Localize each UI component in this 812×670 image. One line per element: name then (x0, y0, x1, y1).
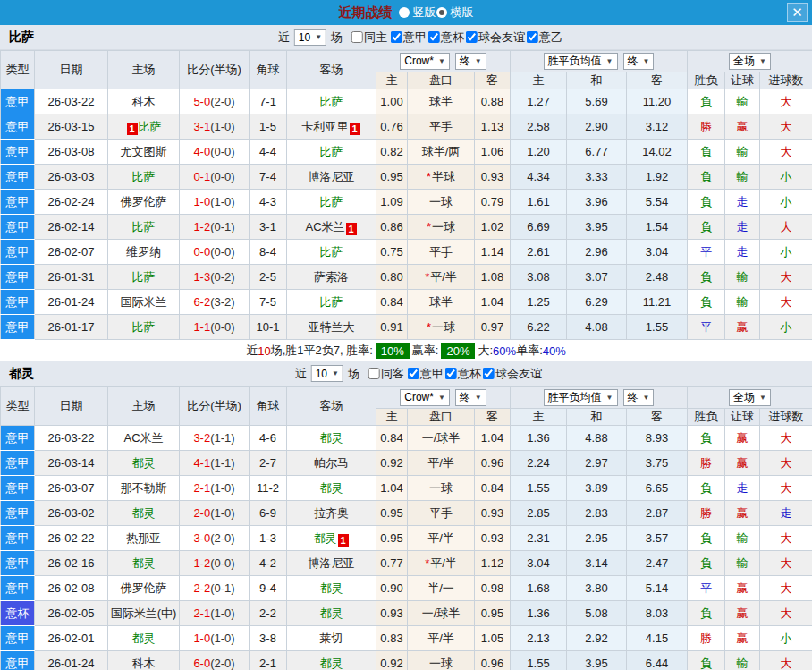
halftime-score: (0-0) (210, 320, 234, 334)
away-cell: 莱切 (287, 626, 376, 651)
wdl-average-select[interactable]: 胜平负均值▼ (544, 53, 618, 70)
odds-away-cell: 1.06 (475, 140, 511, 165)
avg-time-select[interactable]: 终▼ (623, 389, 655, 406)
result-wdl-cell: 勝 (688, 114, 725, 140)
home-cell: 科木 (108, 89, 180, 114)
filter-checkbox[interactable] (351, 31, 363, 43)
league-cell: 意甲 (1, 215, 35, 240)
select-value: 终 (628, 54, 639, 69)
filter-checkbox[interactable] (483, 368, 495, 379)
result-wdl-cell: 平 (688, 240, 725, 265)
match-row: 意杯26-02-05国际米兰(中)2-1(1-0)2-2都灵0.93一/球半0.… (1, 601, 812, 626)
odds-home-cell: 0.80 (376, 265, 408, 290)
close-button[interactable]: ✕ (787, 3, 808, 22)
filter-checkbox[interactable] (428, 31, 440, 43)
sub-column-header: 让球 (725, 409, 760, 426)
column-header: 角球 (250, 51, 287, 89)
avg-win-cell: 1.55 (511, 476, 567, 501)
select-value: 胜平负均值 (548, 54, 602, 69)
match-count-select[interactable]: 10▼ (311, 365, 343, 382)
halftime-score: (1-0) (210, 506, 234, 520)
odds-time-select[interactable]: 终▼ (455, 53, 486, 70)
result-goals-cell: 大 (760, 451, 812, 476)
handicap-label: 球半/两 (422, 145, 461, 158)
home-cell: 尤文图斯 (108, 140, 180, 165)
section-header: 比萨 近10▼场同主意甲意杯球会友谊意乙 (0, 25, 812, 50)
result-handicap-cell: 赢 (725, 576, 760, 601)
avg-win-cell: 2.85 (511, 501, 567, 526)
select-value: 10 (316, 368, 327, 380)
chevron-down-icon: ▼ (475, 394, 482, 402)
odds-time-select[interactable]: 终▼ (455, 389, 486, 406)
team-label: 莱切 (320, 632, 343, 645)
date-cell: 26-01-24 (35, 651, 108, 670)
filter-option: 球会友谊 (466, 30, 525, 46)
odds-home-cell: 0.77 (376, 551, 408, 576)
odds-home-cell: 0.95 (376, 501, 408, 526)
result-wdl-cell: 負 (688, 290, 725, 315)
result-wdl-cell: 負 (688, 215, 725, 240)
filter-checkbox[interactable] (391, 31, 402, 43)
handicap-cell: 半/一 (408, 576, 475, 601)
fulltime-score: 4-0 (193, 145, 210, 158)
fulltime-score: 4-1 (193, 456, 210, 470)
away-cell: 比萨 (287, 290, 376, 315)
match-scope-select[interactable]: 全场▼ (729, 53, 771, 70)
fulltime-score: 2-0 (193, 506, 210, 520)
odds-source-select[interactable]: Crow*▼ (400, 389, 450, 406)
result-goals-cell: 小 (760, 240, 812, 265)
avg-lose-cell: 3.57 (627, 526, 688, 551)
corner-cell: 7-4 (250, 165, 287, 190)
corner-cell: 2-1 (250, 651, 287, 670)
star-mark: * (427, 220, 431, 233)
halftime-score: (2-0) (210, 95, 234, 108)
rate-badge: 10% (376, 343, 410, 359)
avg-draw-cell: 3.80 (567, 576, 627, 601)
away-team-name: 比萨 (320, 145, 343, 158)
table-body: 意甲26-03-22AC米兰3-2(1-1)4-6都灵0.84一/球半1.041… (1, 426, 812, 670)
match-scope-select[interactable]: 全场▼ (729, 389, 771, 406)
odds-away-cell: 0.98 (475, 576, 511, 601)
avg-lose-cell: 1.92 (627, 165, 688, 190)
handicap-cell: 一球 (408, 651, 475, 670)
odds-source-select[interactable]: Crow*▼ (400, 53, 450, 70)
red-card-badge: 1 (346, 223, 357, 235)
avg-time-select[interactable]: 终▼ (623, 53, 655, 70)
result-wdl-cell: 負 (688, 551, 725, 576)
section-pisa: 比萨 近10▼场同主意甲意杯球会友谊意乙 类型日期主场比分(半场)角球客场Cro… (0, 25, 812, 361)
team-label: 都灵 (132, 506, 156, 520)
away-cell: 都灵 (287, 426, 376, 451)
panel-title: 近期战绩 (339, 4, 393, 21)
result-wdl-cell: 負 (688, 265, 725, 290)
odds-away-cell: 0.96 (475, 651, 511, 670)
fulltime-score: 1-2 (193, 220, 210, 233)
home-team-name: 1比萨 (126, 120, 162, 133)
sub-column-header: 进球数 (760, 72, 812, 89)
handicap-label: 平手 (429, 245, 453, 259)
filter-option-label: 球会友谊 (495, 366, 542, 382)
odds-home-cell: 0.92 (376, 651, 408, 670)
league-cell: 意甲 (1, 526, 35, 551)
filter-checkbox[interactable] (466, 31, 478, 43)
filter-checkbox[interactable] (408, 368, 419, 379)
match-row: 意甲26-03-151比萨3-1(1-0)1-5卡利亚里10.76平手1.132… (1, 114, 812, 140)
fulltime-score: 6-2 (193, 295, 210, 309)
avg-lose-cell: 4.15 (627, 626, 688, 651)
radio-icon[interactable] (436, 7, 447, 18)
match-count-select[interactable]: 10▼ (294, 29, 326, 46)
avg-lose-cell: 11.21 (627, 290, 688, 315)
avg-draw-cell: 5.08 (567, 601, 627, 626)
filter-checkbox[interactable] (527, 31, 538, 43)
odds-home-cell: 1.09 (376, 190, 408, 215)
sub-column-header: 主 (511, 72, 567, 89)
home-cell: 比萨 (108, 265, 180, 290)
filter-checkbox[interactable] (445, 368, 457, 379)
result-handicap-cell: 赢 (725, 315, 760, 340)
summary-text: 60% (493, 344, 516, 358)
team-label: 都灵 (132, 556, 156, 570)
handicap-label: 一球 (432, 320, 455, 334)
wdl-average-select[interactable]: 胜平负均值▼ (544, 389, 618, 406)
radio-icon[interactable] (399, 7, 410, 18)
filter-checkbox[interactable] (368, 368, 380, 379)
away-team-name: 萨索洛 (314, 270, 349, 284)
